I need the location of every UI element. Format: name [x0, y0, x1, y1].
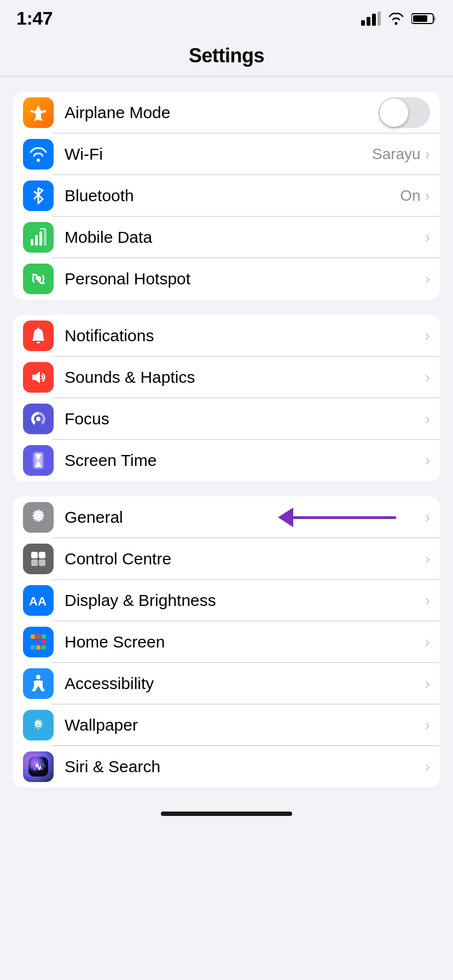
settings-row-control-centre[interactable]: Control Centre › [13, 538, 440, 580]
home-screen-icon [23, 627, 54, 657]
svg-rect-12 [44, 229, 47, 246]
svg-text:AA: AA [29, 594, 47, 608]
notifications-chevron: › [425, 327, 430, 345]
notifications-icon [23, 320, 54, 351]
svg-rect-19 [31, 552, 38, 558]
control-centre-label: Control Centre [65, 550, 425, 568]
focus-icon [23, 404, 54, 434]
svg-rect-11 [39, 231, 42, 246]
settings-row-airplane-mode[interactable]: Airplane Mode [13, 92, 440, 133]
airplane-mode-toggle[interactable] [379, 97, 430, 128]
svg-rect-20 [39, 552, 45, 558]
settings-row-bluetooth[interactable]: Bluetooth On › [13, 175, 440, 217]
settings-row-focus[interactable]: Focus › [13, 398, 440, 440]
battery-status-icon [411, 12, 437, 25]
bluetooth-chevron: › [425, 187, 430, 205]
svg-rect-22 [39, 559, 45, 566]
mobile-data-icon [23, 222, 54, 253]
svg-rect-31 [36, 645, 40, 650]
svg-rect-9 [31, 239, 33, 246]
siri-search-label: Siri & Search [65, 757, 425, 776]
sounds-haptics-label: Sounds & Haptics [65, 368, 425, 387]
svg-rect-3 [378, 11, 381, 26]
svg-point-8 [37, 159, 40, 162]
signal-icon [361, 11, 381, 26]
wifi-label: Wi-Fi [65, 145, 372, 164]
settings-row-wallpaper[interactable]: Wallpaper › [13, 704, 440, 746]
notifications-label: Notifications [65, 326, 425, 345]
home-bar [161, 812, 292, 816]
control-centre-chevron: › [425, 550, 430, 568]
settings-row-notifications[interactable]: Notifications › [13, 315, 440, 357]
display-brightness-icon: AA [23, 585, 54, 616]
siri-icon [23, 751, 54, 782]
svg-rect-27 [31, 640, 35, 644]
airplane-mode-label: Airplane Mode [65, 103, 379, 122]
svg-point-13 [37, 277, 40, 281]
wallpaper-icon [23, 710, 54, 740]
status-time: 1:47 [16, 8, 53, 29]
wifi-chevron: › [425, 145, 430, 163]
general-icon [23, 502, 54, 533]
wallpaper-label: Wallpaper [65, 716, 425, 734]
settings-row-sounds-haptics[interactable]: Sounds & Haptics › [13, 357, 440, 398]
accessibility-chevron: › [425, 675, 430, 692]
settings-row-accessibility[interactable]: Accessibility › [13, 663, 440, 704]
control-centre-icon [23, 544, 54, 574]
settings-group-general: General › Control Centre › AA Display & … [13, 497, 440, 788]
sounds-haptics-chevron: › [425, 369, 430, 386]
svg-rect-30 [31, 645, 35, 650]
status-bar: 1:47 [0, 0, 453, 34]
settings-row-display-brightness[interactable]: AA Display & Brightness › [13, 580, 440, 621]
personal-hotspot-label: Personal Hotspot [65, 270, 425, 288]
accessibility-icon [23, 668, 54, 699]
wifi-status-icon [386, 11, 406, 26]
personal-hotspot-chevron: › [425, 270, 430, 288]
wifi-icon [23, 139, 54, 170]
settings-row-mobile-data[interactable]: Mobile Data › [13, 217, 440, 258]
siri-search-chevron: › [425, 758, 430, 775]
mobile-data-chevron: › [425, 229, 430, 246]
svg-rect-21 [31, 559, 38, 566]
sounds-haptics-icon [23, 362, 54, 393]
accessibility-label: Accessibility [65, 674, 425, 693]
settings-group-connectivity: Airplane Mode Wi-Fi Sarayu › Bluetooth O… [13, 92, 440, 300]
focus-chevron: › [425, 410, 430, 428]
svg-rect-24 [31, 634, 35, 639]
general-chevron: › [425, 509, 430, 526]
airplane-mode-icon [23, 97, 54, 128]
svg-rect-6 [433, 16, 435, 21]
page-header: Settings [0, 34, 453, 77]
wifi-value: Sarayu [372, 145, 421, 163]
settings-row-home-screen[interactable]: Home Screen › [13, 621, 440, 663]
svg-point-35 [37, 724, 39, 726]
mobile-data-label: Mobile Data [65, 228, 425, 247]
settings-row-personal-hotspot[interactable]: Personal Hotspot › [13, 258, 440, 300]
bluetooth-value: On [400, 187, 420, 205]
svg-point-33 [36, 675, 40, 679]
general-label: General [65, 508, 425, 527]
svg-rect-25 [36, 634, 40, 639]
display-brightness-label: Display & Brightness [65, 591, 425, 610]
svg-rect-26 [42, 634, 46, 639]
settings-group-notifications: Notifications › Sounds & Haptics › Focus… [13, 315, 440, 481]
bluetooth-icon [23, 180, 54, 211]
svg-rect-10 [35, 235, 38, 246]
settings-row-screen-time[interactable]: Screen Time › [13, 440, 440, 481]
svg-rect-29 [42, 640, 46, 644]
svg-rect-28 [36, 640, 40, 644]
hotspot-icon [23, 264, 54, 294]
svg-rect-1 [367, 17, 370, 26]
screen-time-chevron: › [425, 452, 430, 469]
bluetooth-label: Bluetooth [65, 186, 400, 205]
home-indicator [0, 801, 453, 825]
settings-row-siri-search[interactable]: Siri & Search › [13, 746, 440, 788]
status-icons [361, 11, 437, 26]
focus-label: Focus [65, 410, 425, 428]
settings-row-general[interactable]: General › [13, 497, 440, 538]
home-screen-chevron: › [425, 633, 430, 651]
wallpaper-chevron: › [425, 716, 430, 734]
home-screen-label: Home Screen [65, 633, 425, 651]
display-brightness-chevron: › [425, 592, 430, 609]
settings-row-wifi[interactable]: Wi-Fi Sarayu › [13, 133, 440, 175]
